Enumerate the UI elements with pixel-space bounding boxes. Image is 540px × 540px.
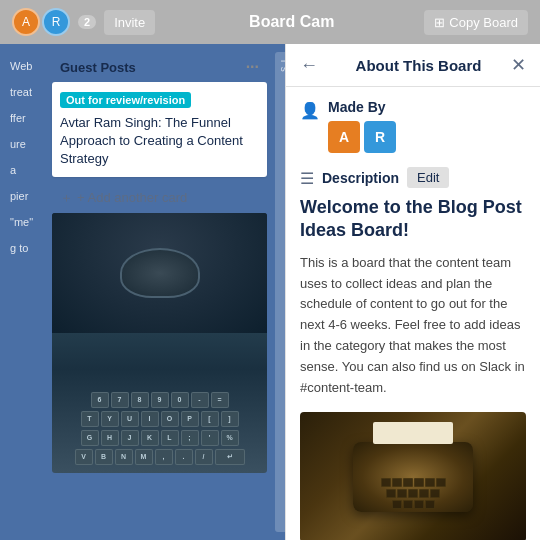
img-key xyxy=(419,489,429,498)
img-typewriter-body xyxy=(353,442,473,512)
key-7: 7 xyxy=(111,392,129,408)
img-key-row-1 xyxy=(361,478,465,487)
key-L: L xyxy=(161,430,179,446)
key-semi: ; xyxy=(181,430,199,446)
img-key xyxy=(403,500,413,509)
key-Y: Y xyxy=(101,411,119,427)
add-icon: ＋ xyxy=(60,189,73,207)
img-paper xyxy=(373,422,453,444)
sidebar-item-offer[interactable]: ffer xyxy=(8,108,44,128)
img-key xyxy=(392,500,402,509)
key-G: G xyxy=(81,430,99,446)
panel-title: About This Board xyxy=(326,57,511,74)
description-header: ☰ Description Edit xyxy=(300,167,526,188)
description-label: Description xyxy=(322,170,399,186)
img-key-row-2 xyxy=(361,489,465,498)
key-slash: / xyxy=(195,449,213,465)
top-bar: A R 2 Invite Board Cam ⊞ Copy Board xyxy=(0,0,540,44)
panel-back-button[interactable]: ← xyxy=(300,55,326,76)
board-description-text: This is a board that the content team us… xyxy=(300,253,526,399)
made-by-avatar-2[interactable]: R xyxy=(364,121,396,153)
board-area: Web treat ffer ure a pier "me" g to Gues… xyxy=(0,44,285,540)
partial-right-column: T s xyxy=(275,52,285,532)
sidebar-item-a[interactable]: a xyxy=(8,160,44,180)
key-apos: ' xyxy=(201,430,219,446)
column-menu-button[interactable]: ··· xyxy=(246,58,259,76)
key-comma: , xyxy=(155,449,173,465)
made-by-avatar-1[interactable]: A xyxy=(328,121,360,153)
key-U: U xyxy=(121,411,139,427)
number-row: 6 7 8 9 0 - = xyxy=(60,392,259,408)
panel-header: ← About This Board ✕ xyxy=(286,44,540,87)
board-image xyxy=(300,412,526,540)
card-label: Out for review/revision xyxy=(60,92,191,108)
typewriter-image: 6 7 8 9 0 - = T Y U I xyxy=(52,213,267,473)
bottom-row: V B N M , . / ↵ xyxy=(60,449,259,465)
key-8: 8 xyxy=(131,392,149,408)
key-N: N xyxy=(115,449,133,465)
key-6: 6 xyxy=(91,392,109,408)
img-key xyxy=(425,500,435,509)
main-content: Web treat ffer ure a pier "me" g to Gues… xyxy=(0,44,540,540)
member-count-badge: 2 xyxy=(78,15,96,29)
key-lbr: [ xyxy=(201,411,219,427)
top-row: T Y U I O P [ ] xyxy=(60,411,259,427)
img-key xyxy=(392,478,402,487)
key-B: B xyxy=(95,449,113,465)
img-key xyxy=(414,500,424,509)
key-9: 9 xyxy=(151,392,169,408)
sidebar-item-pier[interactable]: pier xyxy=(8,186,44,206)
person-icon: 👤 xyxy=(300,101,320,120)
key-M: M xyxy=(135,449,153,465)
key-dot: . xyxy=(175,449,193,465)
description-icon: ☰ xyxy=(300,169,314,188)
add-card-button[interactable]: ＋ + Add another card xyxy=(52,183,267,213)
img-key xyxy=(403,478,413,487)
img-key xyxy=(430,489,440,498)
column-title: Guest Posts xyxy=(60,60,136,75)
made-by-section: 👤 Made By A R xyxy=(300,99,526,153)
panel-body: 👤 Made By A R ☰ Description Edit Welcome… xyxy=(286,87,540,540)
key-0: 0 xyxy=(171,392,189,408)
board-image-typewriter-container xyxy=(300,412,526,540)
key-rbr: ] xyxy=(221,411,239,427)
about-panel: ← About This Board ✕ 👤 Made By A R ☰ xyxy=(285,44,540,540)
typewriter-wheel xyxy=(120,248,200,298)
sidebar-item-web[interactable]: Web xyxy=(8,56,44,76)
img-key xyxy=(414,478,424,487)
panel-close-button[interactable]: ✕ xyxy=(511,54,526,76)
img-key xyxy=(425,478,435,487)
key-I: I xyxy=(141,411,159,427)
sidebar-partial: Web treat ffer ure a pier "me" g to xyxy=(8,52,44,532)
edit-button[interactable]: Edit xyxy=(407,167,449,188)
invite-button[interactable]: Invite xyxy=(104,10,155,35)
key-dash: - xyxy=(191,392,209,408)
copy-board-button[interactable]: ⊞ Copy Board xyxy=(424,10,528,35)
sidebar-item-ure[interactable]: ure xyxy=(8,134,44,154)
made-by-content: Made By A R xyxy=(328,99,396,153)
key-T: T xyxy=(81,411,99,427)
made-by-label: Made By xyxy=(328,99,396,115)
avatar-1: A xyxy=(12,8,40,36)
key-hash: % xyxy=(221,430,239,446)
sidebar-item-treat[interactable]: treat xyxy=(8,82,44,102)
card-1[interactable]: Out for review/revision Avtar Ram Singh:… xyxy=(52,82,267,177)
made-by-avatars: A R xyxy=(328,121,396,153)
description-section: ☰ Description Edit Welcome to the Blog P… xyxy=(300,167,526,540)
card-title: Avtar Ram Singh: The Funnel Approach to … xyxy=(60,114,259,169)
typewriter-keys: 6 7 8 9 0 - = T Y U I xyxy=(52,313,267,473)
key-eq: = xyxy=(211,392,229,408)
img-typewriter-keys-area xyxy=(361,478,465,508)
board-description-title: Welcome to the Blog Post Ideas Board! xyxy=(300,196,526,243)
sidebar-item-quote[interactable]: "me" xyxy=(8,212,44,232)
img-key xyxy=(386,489,396,498)
sidebar-item-gto[interactable]: g to xyxy=(8,238,44,258)
home-row: G H J K L ; ' % xyxy=(60,430,259,446)
column-header: Guest Posts ··· xyxy=(52,52,267,82)
key-H: H xyxy=(101,430,119,446)
add-card-label: + Add another card xyxy=(77,190,187,205)
board-columns: Web treat ffer ure a pier "me" g to Gues… xyxy=(0,44,285,540)
board-title: Board Cam xyxy=(167,13,416,31)
key-enter: ↵ xyxy=(215,449,245,465)
copy-icon: ⊞ xyxy=(434,15,445,30)
